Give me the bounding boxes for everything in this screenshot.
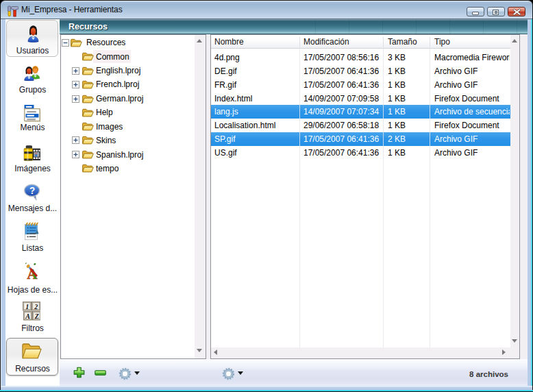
- svg-text:1: 1: [25, 303, 29, 310]
- svg-text:?: ?: [29, 186, 35, 196]
- svg-text:A: A: [27, 265, 38, 281]
- svg-text:Z: Z: [34, 313, 39, 320]
- svg-text:2: 2: [34, 303, 38, 310]
- svg-text:A: A: [25, 313, 30, 320]
